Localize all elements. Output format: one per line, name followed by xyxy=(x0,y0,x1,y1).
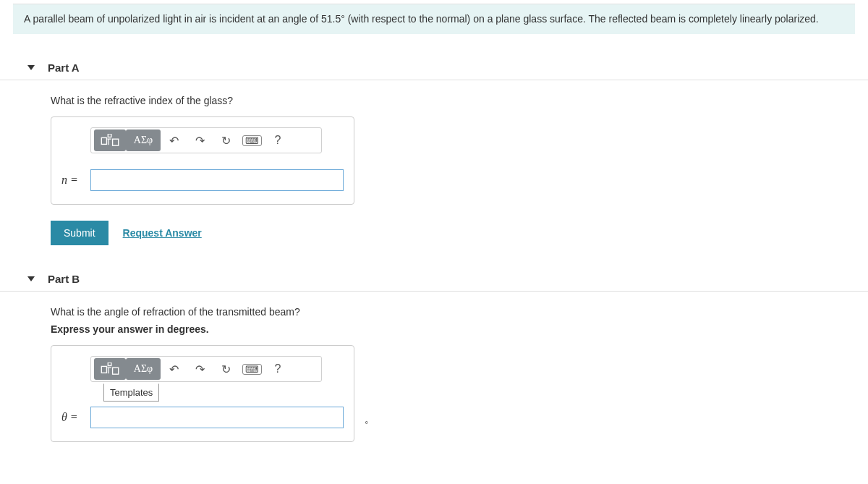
template-tool-icon[interactable] xyxy=(94,358,126,380)
part-b-var-label: θ = xyxy=(61,411,90,424)
part-a-answer-input[interactable] xyxy=(90,169,344,191)
help-icon[interactable]: ? xyxy=(265,359,291,379)
svg-rect-2 xyxy=(113,139,119,145)
caret-down-icon xyxy=(27,65,35,70)
redo-icon[interactable]: ↷ xyxy=(187,359,213,379)
part-a-header[interactable]: Part A xyxy=(0,56,868,80)
part-b-input-row: θ = xyxy=(61,407,344,428)
problem-text: A parallel beam of unpolarized light in … xyxy=(24,13,819,25)
part-b-header[interactable]: Part B xyxy=(0,267,868,292)
part-b-label: Part B xyxy=(48,273,80,285)
reset-icon[interactable]: ↻ xyxy=(213,130,239,150)
template-tool-icon[interactable] xyxy=(94,130,126,151)
templates-dropdown[interactable]: Templates xyxy=(103,384,344,402)
keyboard-icon[interactable]: ⌨ xyxy=(239,359,265,379)
part-b-toolbar: ΑΣφ ↶ ↷ ↻ ⌨ ? xyxy=(90,356,322,382)
help-icon[interactable]: ? xyxy=(265,130,291,150)
svg-rect-0 xyxy=(101,137,106,144)
request-answer-link[interactable]: Request Answer xyxy=(123,227,202,239)
part-a-section: Part A What is the refractive index of t… xyxy=(0,56,868,245)
part-b-answer-input[interactable] xyxy=(90,407,344,428)
redo-icon[interactable]: ↷ xyxy=(187,130,213,150)
part-b-answer-box: ΑΣφ ↶ ↷ ↻ ⌨ ? Templates θ = ° xyxy=(51,345,354,442)
part-a-body: What is the refractive index of the glas… xyxy=(0,95,868,245)
part-b-hint: Express your answer in degrees. xyxy=(51,323,868,335)
part-a-answer-box: ΑΣφ ↶ ↷ ↻ ⌨ ? n = xyxy=(51,116,354,205)
svg-rect-5 xyxy=(113,368,119,374)
reset-icon[interactable]: ↻ xyxy=(213,359,239,379)
part-b-unit: ° xyxy=(365,420,368,428)
part-b-body: What is the angle of refraction of the t… xyxy=(0,306,868,442)
undo-icon[interactable]: ↶ xyxy=(161,359,187,379)
part-a-toolbar: ΑΣφ ↶ ↷ ↻ ⌨ ? xyxy=(90,127,322,153)
part-a-var-label: n = xyxy=(61,174,90,187)
part-a-question: What is the refractive index of the glas… xyxy=(51,95,868,106)
submit-button[interactable]: Submit xyxy=(51,221,109,245)
templates-tab-label: Templates xyxy=(103,383,159,402)
part-b-question: What is the angle of refraction of the t… xyxy=(51,306,868,318)
caret-down-icon xyxy=(27,276,35,281)
part-b-section: Part B What is the angle of refraction o… xyxy=(0,267,868,442)
greek-tool-icon[interactable]: ΑΣφ xyxy=(126,130,161,151)
problem-intro: A parallel beam of unpolarized light in … xyxy=(13,4,855,34)
part-a-actions: Submit Request Answer xyxy=(51,221,868,245)
part-a-label: Part A xyxy=(48,61,80,74)
greek-tool-icon[interactable]: ΑΣφ xyxy=(126,358,161,380)
undo-icon[interactable]: ↶ xyxy=(161,130,187,150)
svg-rect-4 xyxy=(108,362,111,366)
svg-rect-3 xyxy=(101,366,106,373)
keyboard-icon[interactable]: ⌨ xyxy=(239,130,265,150)
part-a-input-row: n = xyxy=(61,169,344,191)
svg-rect-1 xyxy=(108,134,111,137)
